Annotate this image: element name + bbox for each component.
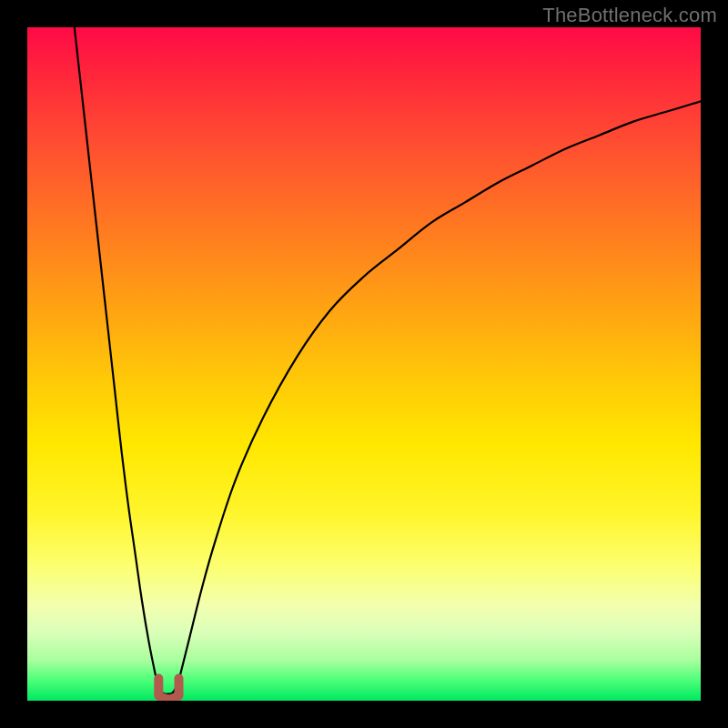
bottleneck-curve xyxy=(75,27,701,694)
watermark-text: TheBottleneck.com xyxy=(542,4,717,27)
valley-marker-icon xyxy=(158,679,178,700)
bottleneck-curve-svg xyxy=(27,27,701,701)
plot-area xyxy=(27,27,701,701)
